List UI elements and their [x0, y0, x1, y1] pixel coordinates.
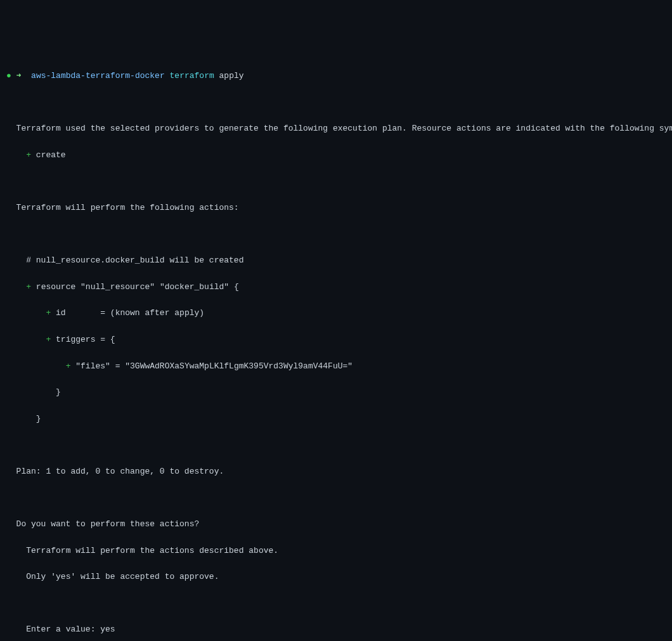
command-name: terraform [170, 71, 214, 81]
output-line: + triggers = { [0, 333, 672, 347]
output-line: Terraform used the selected providers to… [0, 122, 672, 136]
plus-icon: + [26, 150, 31, 160]
plus-icon: + [46, 308, 51, 318]
output-line: Enter a value: yes [0, 623, 672, 637]
output-line: } [0, 386, 672, 399]
empty-line [0, 175, 672, 188]
output-line: + create [0, 149, 672, 162]
plus-icon: + [26, 282, 31, 292]
output-line: Terraform will perform the following act… [0, 202, 672, 215]
output-line: + id = (known after apply) [0, 307, 672, 320]
plus-icon: + [66, 361, 71, 371]
empty-line [0, 228, 672, 242]
empty-line [0, 491, 672, 505]
output-line: Terraform will perform the actions descr… [0, 545, 672, 558]
bullet-icon: ● [6, 71, 11, 81]
output-line: Only 'yes' will be accepted to approve. [0, 571, 672, 584]
directory-name: aws-lambda-terraform-docker [31, 71, 165, 81]
prompt-line-1[interactable]: ● ➜ aws-lambda-terraform-docker terrafor… [0, 70, 672, 83]
empty-line [0, 96, 672, 110]
terminal-output: ● ➜ aws-lambda-terraform-docker terrafor… [0, 56, 672, 641]
empty-line [0, 439, 672, 452]
empty-line [0, 597, 672, 611]
command-args: apply [219, 71, 244, 81]
plus-icon: + [46, 335, 51, 344]
output-line: Do you want to perform these actions? [0, 518, 672, 531]
arrow-icon: ➜ [16, 71, 27, 81]
output-line: + "files" = "3GWwAdROXaSYwaMpLKlfLgmK395… [0, 360, 672, 373]
output-line: + resource "null_resource" "docker_build… [0, 281, 672, 294]
output-line: Plan: 1 to add, 0 to change, 0 to destro… [0, 465, 672, 479]
user-input: yes [100, 625, 115, 634]
output-line: } [0, 413, 672, 426]
output-line: # null_resource.docker_build will be cre… [0, 254, 672, 268]
